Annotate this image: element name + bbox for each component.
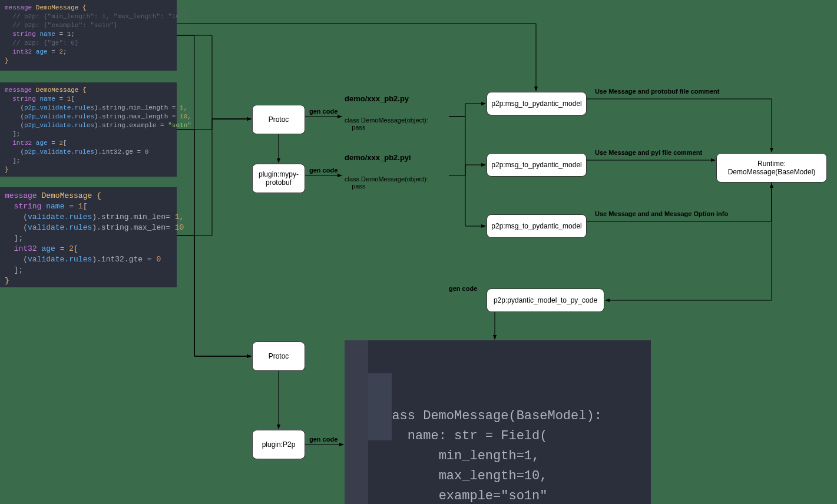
p2p-pydantic-to-py-code: p2p:pydantic_model_to_py_code	[487, 289, 604, 312]
gen-code-label-2: gen code	[309, 167, 338, 174]
use-message-option-label: Use Message and and Message Option info	[595, 210, 728, 217]
plugin-p2p-node: plugin:P2p	[252, 430, 305, 459]
class-pyi-preview: class DemoMessage(object): pass	[345, 175, 428, 190]
use-pyi-comment-label: Use Message and pyi file comment	[595, 149, 702, 156]
gen-code-label-4: gen code	[449, 285, 477, 292]
protoc-node-2: Protoc	[252, 341, 305, 371]
p2p-msg-to-pydantic-3: p2p:msg_to_pydantic_model	[487, 214, 587, 238]
protobuf-p2p-validate-style: message DemoMessage { string name = 1[ (…	[0, 82, 177, 177]
file-pyi-label: demo/xxx_pb2.pyi	[345, 153, 411, 162]
protobuf-comment-style: message DemoMessage { // p2p: {"min_leng…	[0, 0, 177, 71]
gen-code-label-1: gen code	[309, 108, 338, 115]
file-py-label: demo/xxx_pb2.py	[345, 94, 409, 103]
plugin-mypy-protobuf-node: plugin:mypy-protobuf	[252, 164, 305, 193]
class-py-preview: class DemoMessage(object): pass	[345, 117, 428, 131]
protobuf-validate-style: message DemoMessage { string name = 1[ (…	[0, 187, 177, 287]
gen-code-label-3: gen code	[309, 436, 338, 443]
generated-pydantic-code: class DemoMessage(BaseModel): name: str …	[345, 340, 651, 504]
p2p-msg-to-pydantic-2: p2p:msg_to_pydantic_model	[487, 153, 587, 177]
protoc-node-1: Protoc	[252, 105, 305, 134]
runtime-demo-message-node: Runtime:DemoMessage(BaseModel)	[716, 153, 827, 183]
p2p-msg-to-pydantic-1: p2p:msg_to_pydantic_model	[487, 92, 587, 115]
use-protobuf-comment-label: Use Message and protobuf file comment	[595, 88, 719, 95]
